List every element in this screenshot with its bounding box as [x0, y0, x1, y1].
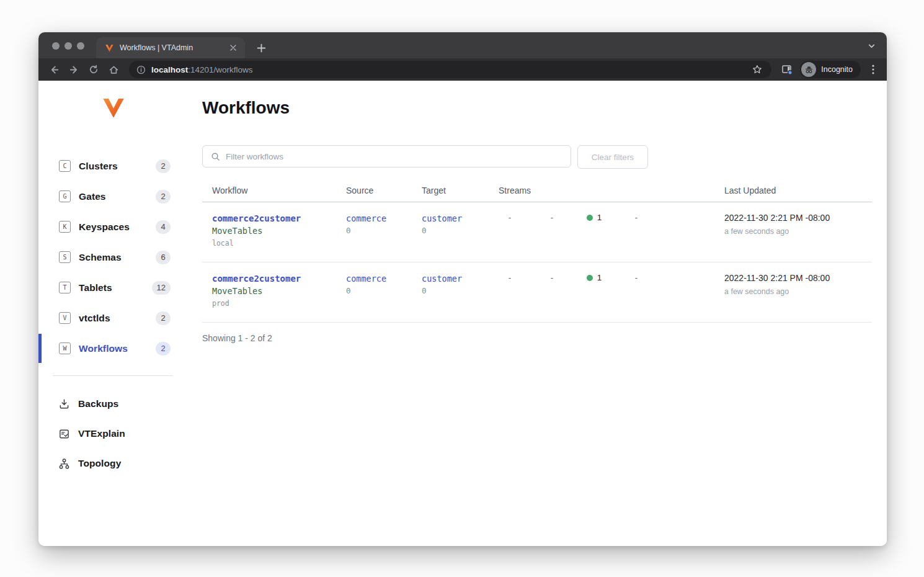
back-icon[interactable]	[45, 61, 63, 78]
site-info-icon[interactable]	[136, 65, 146, 74]
incognito-label: Incognito	[821, 65, 853, 74]
stream-count: 1	[597, 213, 602, 222]
vitess-favicon-icon	[105, 43, 114, 53]
sidebar-item-schemas[interactable]: S Schemas 6	[38, 242, 175, 272]
column-header-target: Target	[412, 186, 489, 195]
clear-filters-button[interactable]: Clear filters	[577, 145, 648, 169]
sidebar-item-label: Clusters	[79, 161, 118, 172]
source-keyspace-link[interactable]: commerce	[346, 212, 412, 225]
filter-workflows-input[interactable]	[226, 152, 562, 161]
last-updated-cell: 2022-11-30 2:21 PM -08:00 a few seconds …	[714, 212, 872, 236]
count-badge: 2	[156, 311, 171, 325]
sidebar-item-label: Backups	[78, 398, 118, 409]
stream-slot: -	[615, 273, 657, 282]
target-keyspace-link[interactable]: customer	[422, 212, 489, 225]
count-badge: 12	[152, 281, 171, 295]
schemas-icon: S	[59, 251, 71, 263]
workflows-table: Workflow Source Target Streams Last Upda…	[202, 186, 872, 343]
workflows-icon: W	[59, 342, 71, 354]
workflow-type: MoveTables	[212, 285, 336, 297]
sidebar-item-backups[interactable]: Backups	[38, 389, 175, 419]
tab-strip: Workflows | VTAdmin	[38, 32, 887, 58]
workflow-link[interactable]: commerce2customer	[212, 272, 336, 285]
vitess-logo[interactable]	[101, 94, 126, 124]
address-bar[interactable]: localhost:14201/workflows	[129, 61, 771, 78]
stream-slot-running: 1	[573, 273, 615, 282]
sidebar-item-label: vtctlds	[79, 313, 110, 324]
sidebar-nav: C Clusters 2 G Gates 2 K Keyspaces 4 S S…	[38, 151, 175, 364]
source-keyspace-link[interactable]: commerce	[346, 272, 412, 285]
sidebar-item-label: Workflows	[79, 343, 128, 354]
url-host: localhost	[151, 65, 188, 74]
sidebar-item-label: Topology	[78, 458, 121, 469]
vtctlds-icon: V	[59, 312, 71, 324]
workflow-link[interactable]: commerce2customer	[212, 212, 336, 225]
stream-slot: -	[531, 273, 573, 282]
target-cell: customer 0	[412, 212, 489, 236]
incognito-badge: Incognito	[800, 61, 861, 78]
last-updated-relative: a few seconds ago	[724, 227, 872, 236]
new-tab-button[interactable]	[253, 40, 269, 56]
window-minimize-button[interactable]	[64, 42, 72, 50]
stream-slot: -	[531, 213, 573, 222]
sidebar-item-gates[interactable]: G Gates 2	[38, 181, 175, 212]
sidebar-item-vtexplain[interactable]: VTExplain	[38, 419, 175, 449]
stream-slot: -	[615, 213, 657, 222]
topology-icon	[58, 457, 71, 470]
sidebar-item-label: Tablets	[79, 282, 112, 293]
filter-row: Clear filters	[202, 145, 873, 169]
side-panel-icon[interactable]	[778, 61, 796, 78]
sidebar-item-label: Gates	[79, 191, 106, 202]
browser-toolbar: localhost:14201/workflows Incognito	[38, 58, 887, 81]
document-check-icon	[58, 427, 71, 441]
sidebar-item-workflows[interactable]: W Workflows 2	[38, 333, 175, 364]
table-row: commerce2customer MoveTables local comme…	[202, 202, 872, 262]
window-zoom-button[interactable]	[77, 42, 84, 50]
results-count: Showing 1 - 2 of 2	[202, 333, 872, 343]
page-content: C Clusters 2 G Gates 2 K Keyspaces 4 S S…	[38, 81, 887, 546]
streams-cell: - - 1 -	[489, 212, 714, 222]
sidebar-item-clusters[interactable]: C Clusters 2	[38, 151, 175, 181]
last-updated-cell: 2022-11-30 2:21 PM -08:00 a few seconds …	[714, 272, 872, 296]
sidebar-item-tablets[interactable]: T Tablets 12	[38, 272, 175, 303]
main-panel: Workflows Clear filters Workflow Source …	[175, 81, 887, 546]
browser-tab[interactable]: Workflows | VTAdmin	[96, 37, 245, 58]
stream-count: 1	[597, 273, 602, 282]
reload-icon[interactable]	[84, 61, 103, 78]
url-path: :14201/workflows	[188, 65, 252, 74]
home-icon[interactable]	[104, 61, 123, 78]
source-cell: commerce 0	[336, 212, 412, 236]
bookmark-star-icon[interactable]	[750, 63, 764, 76]
sidebar-item-vtctlds[interactable]: V vtctlds 2	[38, 303, 175, 333]
tab-close-icon[interactable]	[228, 42, 239, 53]
source-shard: 0	[346, 225, 412, 236]
forward-icon[interactable]	[64, 61, 83, 78]
tab-title: Workflows | VTAdmin	[120, 43, 222, 52]
column-header-workflow: Workflow	[202, 186, 336, 195]
target-cell: customer 0	[412, 272, 489, 297]
page-title: Workflows	[202, 97, 873, 119]
workflow-cluster: prod	[212, 298, 336, 309]
workflow-type: MoveTables	[212, 225, 336, 237]
keyspaces-icon: K	[59, 221, 71, 233]
column-header-source: Source	[336, 186, 412, 195]
source-cell: commerce 0	[336, 272, 412, 297]
last-updated-relative: a few seconds ago	[724, 287, 872, 296]
tab-search-chevron-icon[interactable]	[866, 40, 877, 51]
incognito-avatar-icon	[801, 62, 816, 77]
download-icon	[58, 398, 71, 411]
workflow-cell: commerce2customer MoveTables prod	[202, 272, 336, 309]
count-badge: 6	[156, 251, 171, 264]
browser-menu-icon[interactable]	[866, 61, 881, 78]
sidebar-item-topology[interactable]: Topology	[38, 449, 175, 478]
stream-slot-running: 1	[573, 213, 615, 222]
target-shard: 0	[422, 285, 489, 297]
target-keyspace-link[interactable]: customer	[422, 272, 489, 285]
streams-cell: - - 1 -	[489, 272, 714, 282]
tablets-icon: T	[59, 282, 71, 293]
window-close-button[interactable]	[52, 42, 60, 50]
table-header-row: Workflow Source Target Streams Last Upda…	[202, 186, 872, 202]
table-row: commerce2customer MoveTables prod commer…	[202, 262, 872, 323]
window-controls	[52, 42, 84, 50]
sidebar-item-keyspaces[interactable]: K Keyspaces 4	[38, 212, 175, 242]
